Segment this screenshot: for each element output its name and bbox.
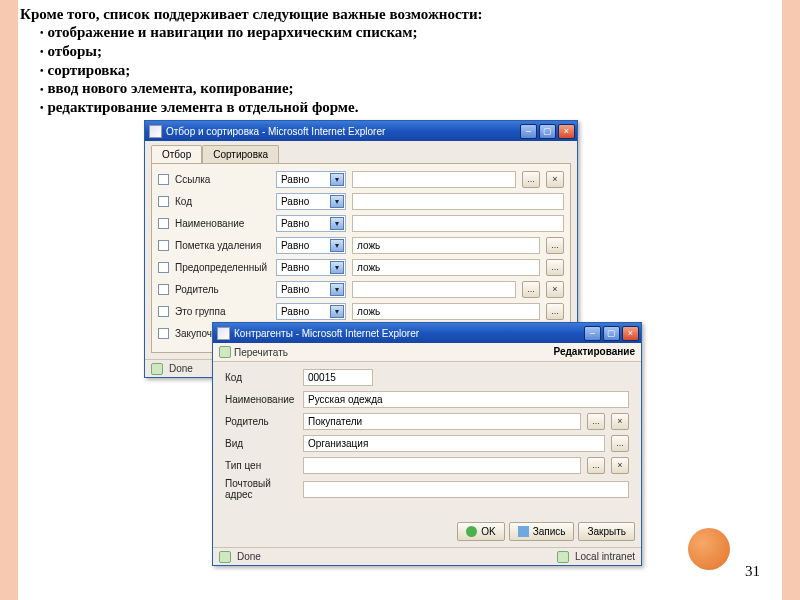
op-select[interactable]: Равно — [276, 193, 346, 210]
maximize-button[interactable]: ▢ — [539, 124, 556, 139]
statusbar: Done Local intranet — [213, 547, 641, 565]
checkbox[interactable] — [158, 306, 169, 317]
op-select[interactable]: Равно — [276, 303, 346, 320]
clear-button[interactable]: × — [546, 171, 564, 188]
done-icon — [151, 363, 163, 375]
zone-text: Local intranet — [575, 551, 635, 562]
slide-text: Кроме того, список поддерживает следующи… — [20, 6, 775, 117]
tab-sort[interactable]: Сортировка — [202, 145, 279, 163]
chevron-down-icon — [330, 217, 344, 230]
save-icon — [518, 526, 529, 537]
slide-heading: Кроме того, список поддерживает следующи… — [20, 6, 775, 23]
kind-input[interactable]: Организация — [303, 435, 605, 452]
checkbox[interactable] — [158, 196, 169, 207]
filter-row: Это группа Равно ложь ... — [158, 302, 564, 320]
op-select[interactable]: Равно — [276, 171, 346, 188]
clear-button[interactable]: × — [611, 457, 629, 474]
bullet: ввод нового элемента, копирование; — [40, 79, 775, 98]
filter-label: Ссылка — [175, 174, 270, 185]
more-button[interactable]: ... — [522, 171, 540, 188]
reread-action[interactable]: Перечитать — [219, 346, 288, 358]
save-button[interactable]: Запись — [509, 522, 575, 541]
field-label: Наименование — [225, 394, 297, 405]
bullet: отборы; — [40, 42, 775, 61]
checkbox[interactable] — [158, 328, 169, 339]
value-input[interactable]: ложь — [352, 259, 540, 276]
chevron-down-icon — [330, 173, 344, 186]
more-button[interactable]: ... — [546, 303, 564, 320]
field-label: Почтовый адрес — [225, 478, 297, 500]
more-button[interactable]: ... — [587, 457, 605, 474]
code-input[interactable]: 00015 — [303, 369, 373, 386]
close-button[interactable]: × — [558, 124, 575, 139]
status-text: Done — [237, 551, 261, 562]
address-input[interactable] — [303, 481, 629, 498]
pricetype-input[interactable] — [303, 457, 581, 474]
filter-label: Код — [175, 196, 270, 207]
op-select[interactable]: Равно — [276, 259, 346, 276]
filter-label: Это группа — [175, 306, 270, 317]
clear-button[interactable]: × — [611, 413, 629, 430]
minimize-button[interactable]: – — [520, 124, 537, 139]
mode-label: Редактирование — [554, 346, 635, 358]
app-icon — [149, 125, 162, 138]
status-text: Done — [169, 363, 193, 374]
bullet: редактирование элемента в отдельной форм… — [40, 98, 775, 117]
filter-row: Ссылка Равно ... × — [158, 170, 564, 188]
field-label: Родитель — [225, 416, 297, 427]
filter-row: Предопределенный Равно ложь ... — [158, 258, 564, 276]
value-input[interactable] — [352, 193, 564, 210]
name-input[interactable]: Русская одежда — [303, 391, 629, 408]
button-bar: OK Запись Закрыть — [213, 516, 641, 547]
form-panel: Код 00015 Наименование Русская одежда Ро… — [219, 362, 635, 510]
more-button[interactable]: ... — [587, 413, 605, 430]
value-input[interactable] — [352, 215, 564, 232]
chevron-down-icon — [330, 261, 344, 274]
bullet: отображение и навигации по иерархическим… — [40, 23, 775, 42]
checkbox[interactable] — [158, 240, 169, 251]
done-icon — [219, 551, 231, 563]
ok-icon — [466, 526, 477, 537]
field-label: Вид — [225, 438, 297, 449]
more-button[interactable]: ... — [522, 281, 540, 298]
chevron-down-icon — [330, 239, 344, 252]
decorative-circle — [688, 528, 730, 570]
close-button[interactable]: × — [622, 326, 639, 341]
app-icon — [217, 327, 230, 340]
chevron-down-icon — [330, 283, 344, 296]
window-title: Отбор и сортировка - Microsoft Internet … — [166, 126, 520, 137]
contractor-window: Контрагенты - Microsoft Internet Explore… — [212, 322, 642, 566]
parent-input[interactable]: Покупатели — [303, 413, 581, 430]
titlebar[interactable]: Отбор и сортировка - Microsoft Internet … — [145, 121, 577, 141]
op-select[interactable]: Равно — [276, 237, 346, 254]
value-input[interactable] — [352, 171, 516, 188]
checkbox[interactable] — [158, 284, 169, 295]
minimize-button[interactable]: – — [584, 326, 601, 341]
op-select[interactable]: Равно — [276, 281, 346, 298]
filter-label: Родитель — [175, 284, 270, 295]
op-select[interactable]: Равно — [276, 215, 346, 232]
close-button[interactable]: Закрыть — [578, 522, 635, 541]
filter-label: Пометка удаления — [175, 240, 270, 251]
more-button[interactable]: ... — [611, 435, 629, 452]
checkbox[interactable] — [158, 262, 169, 273]
chevron-down-icon — [330, 305, 344, 318]
value-input[interactable]: ложь — [352, 237, 540, 254]
ok-button[interactable]: OK — [457, 522, 504, 541]
tab-otbor[interactable]: Отбор — [151, 145, 202, 163]
window-title: Контрагенты - Microsoft Internet Explore… — [234, 328, 584, 339]
clear-button[interactable]: × — [546, 281, 564, 298]
more-button[interactable]: ... — [546, 237, 564, 254]
value-input[interactable] — [352, 281, 516, 298]
filter-label: Предопределенный — [175, 262, 270, 273]
titlebar[interactable]: Контрагенты - Microsoft Internet Explore… — [213, 323, 641, 343]
filter-row: Код Равно — [158, 192, 564, 210]
filter-row: Пометка удаления Равно ложь ... — [158, 236, 564, 254]
refresh-icon — [219, 346, 231, 358]
checkbox[interactable] — [158, 174, 169, 185]
value-input[interactable]: ложь — [352, 303, 540, 320]
bullet: сортировка; — [40, 61, 775, 80]
maximize-button[interactable]: ▢ — [603, 326, 620, 341]
more-button[interactable]: ... — [546, 259, 564, 276]
checkbox[interactable] — [158, 218, 169, 229]
